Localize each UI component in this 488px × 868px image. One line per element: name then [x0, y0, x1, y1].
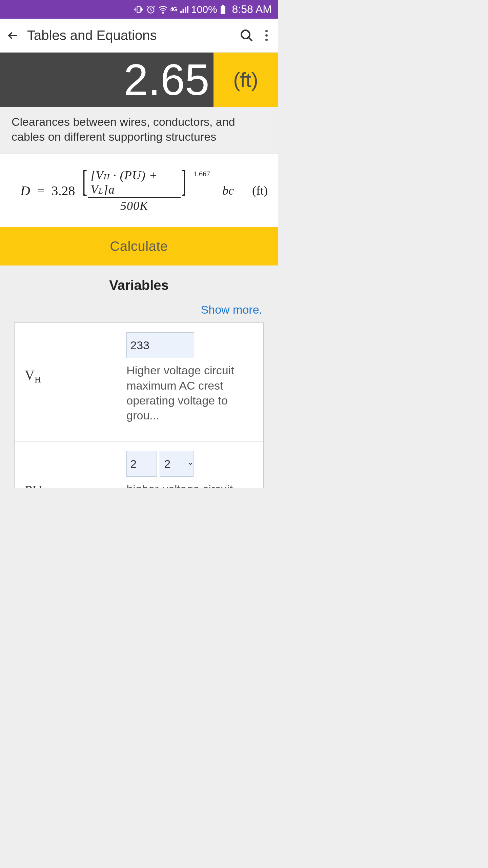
- app-bar: Tables and Equations: [0, 19, 278, 53]
- eq-equals: =: [37, 183, 45, 199]
- battery-pct: 100%: [191, 4, 217, 15]
- eq-unit: (ft): [252, 183, 268, 198]
- variable-desc-pu: higher-voltage circuit: [126, 481, 248, 488]
- vibrate-icon: [134, 5, 143, 14]
- overflow-menu-button[interactable]: [262, 30, 271, 41]
- equation-display: D = 3.28 [ [VH · (PU) + VL]a 500K ] 1.66…: [0, 154, 278, 227]
- eq-constant: 3.28: [51, 183, 75, 199]
- calculate-button[interactable]: Calculate: [0, 227, 278, 265]
- wifi-icon: [158, 5, 168, 14]
- eq-lhs: D: [20, 183, 30, 199]
- status-icons: 4G 100%: [134, 4, 226, 15]
- signal-icon: [180, 5, 188, 14]
- variable-select-pu[interactable]: 2: [160, 451, 194, 477]
- eq-fraction: [VH · (PU) + VL]a 500K: [88, 167, 180, 214]
- back-button[interactable]: [7, 29, 19, 42]
- variable-label-vh: VH: [15, 323, 126, 441]
- result-unit: (ft): [214, 53, 278, 107]
- eq-numerator: [VH · (PU) + VL]a: [88, 167, 180, 197]
- variable-row-pu: PU 2 higher-voltage circuit: [15, 441, 263, 488]
- svg-point-5: [241, 30, 250, 39]
- eq-bracket-group: [ [VH · (PU) + VL]a 500K ]: [80, 167, 188, 214]
- show-more-link[interactable]: Show more.: [0, 293, 278, 322]
- result-bar: 2.65 (ft): [0, 53, 278, 107]
- eq-denominator: 500K: [118, 198, 151, 214]
- search-button[interactable]: [240, 28, 254, 43]
- variable-input-pu[interactable]: [126, 451, 157, 477]
- equation-description: Clearances between wires, conductors, an…: [0, 107, 278, 154]
- eq-exponent: 1.667: [194, 170, 210, 178]
- variables-table: VH Higher voltage circuit maximum AC cre…: [14, 322, 264, 488]
- page-title: Tables and Equations: [27, 28, 231, 43]
- variables-section: Variables Show more. VH Higher voltage c…: [0, 265, 278, 488]
- variable-label-pu: PU: [15, 441, 126, 488]
- variables-heading: Variables: [0, 278, 278, 293]
- svg-point-2: [162, 12, 164, 13]
- svg-rect-3: [221, 6, 225, 14]
- variable-desc-vh: Higher voltage circuit maximum AC crest …: [126, 363, 248, 423]
- eq-extra-factor: bc: [222, 183, 234, 198]
- variable-input-vh[interactable]: [126, 332, 194, 358]
- clock: 8:58 AM: [232, 3, 272, 16]
- svg-rect-0: [137, 6, 140, 13]
- svg-rect-4: [222, 5, 224, 6]
- network-4g-label: 4G: [170, 6, 177, 13]
- result-value: 2.65: [0, 53, 214, 107]
- variable-row-vh: VH Higher voltage circuit maximum AC cre…: [15, 323, 263, 441]
- alarm-icon: [146, 5, 156, 14]
- battery-icon: [220, 5, 226, 14]
- android-status-bar: 4G 100% 8:58 AM: [0, 0, 278, 19]
